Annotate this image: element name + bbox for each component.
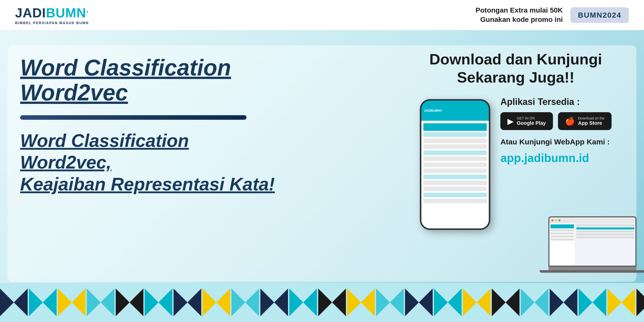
laptop-main-row4 (576, 236, 634, 238)
phone-row1 (423, 138, 487, 143)
phone-logo-small: JADIBUMN® (424, 109, 442, 112)
laptop-sidebar-row2 (550, 229, 574, 231)
laptop-dot-green (558, 219, 560, 221)
left-content: Word Classification Word2vec Word Classi… (20, 55, 284, 195)
app-section: JADIBUMN® (403, 94, 629, 230)
header-promo: Potongan Extra mulai 50K Gunakan kode pr… (475, 6, 629, 24)
promo-line2: Gunakan kode promo ini (475, 15, 563, 24)
main-area: Word Classification Word2vec Word Classi… (0, 30, 644, 322)
laptop-dot-yellow (555, 219, 557, 221)
laptop-bottom (540, 270, 644, 273)
phone-row4 (423, 163, 487, 167)
logo: JADIBUMN● (15, 5, 89, 20)
laptop-main-content (575, 223, 635, 266)
divider-line (20, 115, 247, 120)
right-content: Download dan Kunjungi Sekarang Juga!! JA… (403, 50, 629, 230)
laptop-sidebar (549, 223, 575, 266)
app-store-text: Download on the App Store (578, 116, 605, 126)
pattern-row (0, 283, 644, 322)
logo-bumn: BUMN (46, 6, 86, 20)
promo-line1: Potongan Extra mulai 50K (475, 6, 563, 15)
laptop-dot-red (551, 219, 553, 221)
phone-row8 (423, 199, 487, 203)
laptop-main-row2 (576, 230, 634, 232)
header: JADIBUMN● BIMBEL PERSIAPAN MASUK BUMN Po… (0, 0, 644, 30)
pattern-svg (0, 283, 644, 322)
laptop-sidebar-row1 (550, 224, 574, 228)
google-play-button[interactable]: ▶ GET IN ON Google Play (500, 112, 553, 130)
laptop-main-row1 (576, 224, 634, 226)
promo-text: Potongan Extra mulai 50K Gunakan kode pr… (475, 6, 563, 24)
app-right-section: Aplikasi Tersedia : ▶ GET IN ON Google P… (500, 94, 612, 165)
phone-content (421, 121, 489, 228)
laptop-sidebar-row3 (550, 232, 574, 234)
laptop-screen-header (549, 217, 635, 223)
download-line1: Download dan Kunjungi (429, 50, 602, 68)
app-store-label-small: Download on the (578, 116, 605, 120)
phone-mockup: JADIBUMN® (420, 99, 490, 230)
laptop-mockup (548, 216, 636, 277)
phone-row7 (423, 187, 487, 191)
main-title: Word Classification Word2vec (20, 55, 284, 105)
phone-row-blue1 (423, 132, 487, 137)
laptop-screen-content (549, 223, 635, 266)
store-buttons: ▶ GET IN ON Google Play 🍎 Download on th… (500, 112, 612, 130)
logo-dot: ● (86, 9, 88, 13)
phone-row-blue4 (423, 193, 487, 197)
laptop-base (548, 267, 636, 270)
sub-title-line2: Keajaiban Representasi Kata! (20, 173, 284, 195)
phone-row2 (423, 144, 487, 149)
app-store-label-big: App Store (578, 120, 605, 126)
phone-row3 (423, 156, 487, 161)
download-line2: Sekarang Juga!! (429, 68, 602, 87)
sub-title: Word Classification Word2vec, Keajaiban … (20, 130, 284, 195)
apple-icon: 🍎 (565, 116, 575, 126)
bottom-pattern (0, 283, 644, 322)
google-play-text: GET IN ON Google Play (517, 116, 546, 126)
logo-subtitle: BIMBEL PERSIAPAN MASUK BUMN (15, 21, 89, 25)
download-title: Download dan Kunjungi Sekarang Juga!! (429, 50, 602, 87)
sub-title-line1: Word Classification Word2vec, (20, 130, 284, 173)
laptop-screen (548, 216, 636, 267)
laptop-sidebar-row4 (550, 235, 574, 237)
logo-area: JADIBUMN● BIMBEL PERSIAPAN MASUK BUMN (15, 5, 89, 25)
phone-row-blue3 (423, 175, 487, 179)
google-play-label-small: GET IN ON (517, 116, 546, 120)
phone-row-teal (423, 123, 487, 131)
google-play-icon: ▶ (507, 116, 514, 126)
phone-header: JADIBUMN® (421, 101, 489, 121)
promo-code: BUMN2024 (570, 7, 629, 23)
laptop-main-row3 (576, 233, 634, 235)
app-available-label: Aplikasi Tersedia : (500, 97, 580, 107)
webapp-url[interactable]: app.jadibumn.id (500, 151, 589, 165)
webapp-label: Atau Kunjungi WebApp Kami : (500, 138, 610, 146)
phone-row6 (423, 181, 487, 185)
phone-row5 (423, 169, 487, 173)
laptop-sidebar-row5 (550, 238, 574, 240)
app-store-button[interactable]: 🍎 Download on the App Store (558, 112, 612, 130)
google-play-label-big: Google Play (517, 120, 546, 126)
logo-jadi: JADI (15, 6, 46, 20)
phone-row-blue2 (423, 150, 487, 155)
laptop-main-row-teal (576, 227, 634, 229)
phone-screen: JADIBUMN® (421, 101, 489, 228)
